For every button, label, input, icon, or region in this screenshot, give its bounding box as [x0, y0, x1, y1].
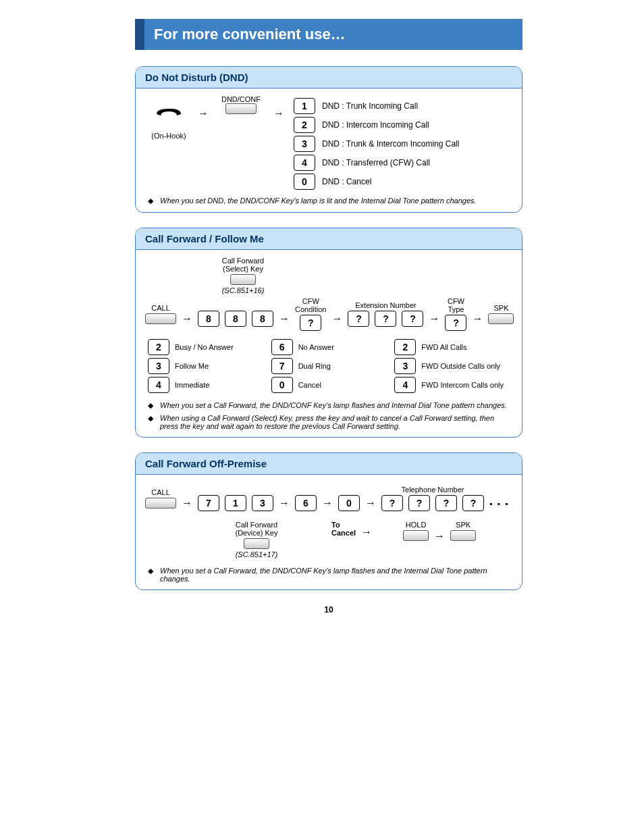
keycap: 7 — [271, 358, 293, 374]
arrow-icon: → — [279, 313, 290, 325]
dnd-card: Do Not Disturb (DND) (On-Hook) → DND/CON… — [135, 66, 522, 213]
arrow-icon: → — [361, 526, 372, 538]
cfw-condition-option: 2Busy / No Answer — [148, 339, 263, 355]
arrow-icon: → — [434, 530, 445, 542]
keycap: 3 — [252, 495, 273, 511]
device-softkey — [244, 538, 269, 549]
to-cancel-label: To Cancel — [331, 521, 356, 537]
diamond-icon: ◆ — [148, 567, 153, 583]
select-key-label: (Select) Key — [206, 265, 280, 273]
cfw-type-option: 4FWD Intercom Calls only — [394, 377, 510, 393]
dnd-option: 2 DND : Intercom Incoming Call — [294, 117, 459, 133]
arrow-icon: → — [279, 497, 290, 509]
keycap: 0 — [294, 174, 315, 190]
dnd-conf-label: DND/CONF — [221, 95, 261, 103]
cfw-condition-label: CFWCondition — [295, 297, 326, 313]
device-key-label: Call Forward — [236, 521, 277, 529]
keycap: ? — [300, 315, 321, 331]
option-text: DND : Transferred (CFW) Call — [322, 158, 430, 167]
keycap: ? — [402, 311, 423, 327]
keycap: 4 — [294, 155, 315, 171]
keycap: 6 — [295, 495, 317, 511]
keycap: 3 — [394, 358, 416, 374]
keycap: ? — [375, 311, 396, 327]
option-text: DND : Cancel — [322, 177, 371, 186]
dnd-note: ◆ When you set DND, the DND/CONF Key's l… — [148, 197, 510, 205]
cfw-title: Call Forward / Follow Me — [136, 228, 522, 250]
keycap: 8 — [198, 311, 219, 327]
continuation-dots: ▪ ▪ ▪ — [489, 499, 509, 509]
call-label: CALL — [151, 488, 170, 496]
cfw-card: Call Forward / Follow Me Call Forward (S… — [135, 228, 522, 438]
ext-number-label: Extension Number — [355, 301, 417, 309]
keycap: 3 — [294, 136, 315, 152]
cfop-note: ◆ When you set a Call Forward, the DND/C… — [148, 567, 510, 583]
keycap: ? — [348, 311, 369, 327]
on-hook-label: (On-Hook) — [151, 132, 186, 140]
cfw-condition-option: 4Immediate — [148, 377, 263, 393]
cfw-type-label: CFW Type — [445, 297, 466, 313]
handset-icon — [155, 105, 182, 118]
arrow-icon: → — [273, 107, 284, 120]
keycap: 2 — [294, 117, 315, 133]
spk-label: SPK — [456, 521, 471, 529]
option-text: DND : Trunk Incoming Call — [322, 101, 418, 111]
cfw-condition-option: 7Dual Ring — [271, 358, 387, 374]
arrow-icon: → — [429, 313, 439, 325]
cfw-condition-option: 3Follow Me — [148, 358, 263, 374]
option-text: DND : Trunk & Intercom Incoming Call — [322, 139, 459, 149]
call-softkey — [145, 498, 176, 509]
cfw-note: ◆ When you set a Call Forward, the DND/C… — [148, 401, 510, 410]
call-softkey — [145, 313, 176, 324]
keycap: 1 — [225, 495, 246, 511]
cfw-type-option: 3FWD Outside Calls only — [394, 358, 510, 374]
keycap: 4 — [394, 377, 416, 393]
spk-label: SPK — [493, 304, 508, 312]
cfop-title: Call Forward Off-Premise — [136, 453, 522, 475]
select-key-label: Call Forward — [206, 257, 280, 265]
keycap: ? — [435, 495, 457, 511]
keycap: ? — [445, 315, 466, 331]
spk-softkey — [488, 313, 514, 324]
hold-label: HOLD — [406, 521, 427, 529]
keycap: 6 — [271, 339, 293, 355]
cfop-card: Call Forward Off-Premise CALL → 7 1 3 → … — [135, 452, 522, 590]
keycap: ? — [381, 495, 403, 511]
telephone-number-label: Telephone Number — [402, 486, 464, 494]
arrow-icon: → — [322, 497, 333, 509]
keycap: 7 — [198, 495, 219, 511]
keycap: 3 — [148, 358, 169, 374]
cfw-condition-option: 0Cancel — [271, 377, 387, 393]
diamond-icon: ◆ — [148, 197, 153, 205]
cfw-note: ◆ When using a Call Forward (Select) Key… — [148, 414, 510, 430]
diamond-icon: ◆ — [148, 401, 153, 410]
keycap: 2 — [148, 339, 169, 355]
dnd-option: 1 DND : Trunk Incoming Call — [294, 98, 459, 114]
option-text: DND : Intercom Incoming Call — [322, 120, 429, 130]
device-key-label: (Device) Key — [236, 529, 278, 537]
keycap: ? — [408, 495, 430, 511]
keycap: 1 — [294, 98, 315, 114]
cfw-condition-option: 6No Answer — [271, 339, 387, 355]
select-softkey — [230, 274, 256, 285]
arrow-icon: → — [331, 313, 342, 325]
device-code: (SC.851+17) — [236, 550, 278, 558]
keycap: 8 — [252, 311, 273, 327]
arrow-icon: → — [182, 313, 192, 325]
diamond-icon: ◆ — [148, 414, 153, 430]
dnd-option: 3 DND : Trunk & Intercom Incoming Call — [294, 136, 459, 152]
keycap: ? — [462, 495, 484, 511]
arrow-icon: → — [472, 313, 483, 325]
hold-softkey — [403, 530, 429, 541]
arrow-icon: → — [365, 497, 376, 509]
dnd-option: 4 DND : Transferred (CFW) Call — [294, 155, 459, 171]
keycap: 4 — [148, 377, 169, 393]
arrow-icon: → — [198, 107, 209, 120]
page-banner: For more convenient use… — [135, 19, 522, 50]
call-label: CALL — [151, 304, 170, 312]
keycap: 2 — [394, 339, 416, 355]
cfw-type-option: 2FWD All Calls — [394, 339, 510, 355]
dnd-title: Do Not Disturb (DND) — [136, 67, 522, 88]
page-number: 10 — [135, 605, 522, 615]
keycap: 8 — [225, 311, 246, 327]
